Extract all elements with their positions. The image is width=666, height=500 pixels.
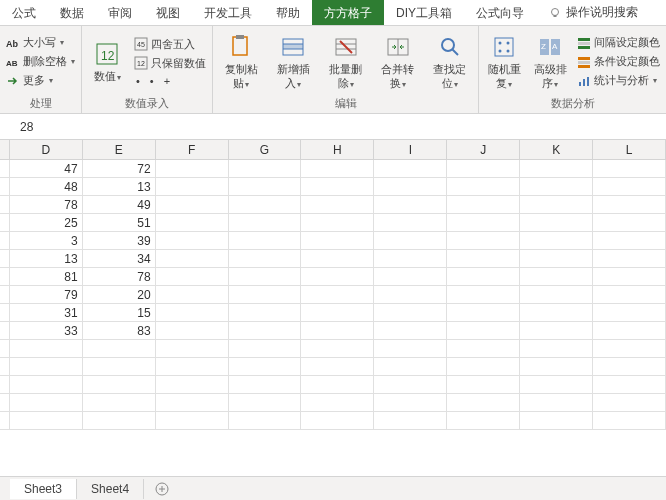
cell[interactable] <box>447 376 520 393</box>
more-button[interactable]: 更多▾ <box>4 72 77 89</box>
tab-formula-guide[interactable]: 公式向导 <box>464 0 536 25</box>
cell[interactable] <box>593 412 666 429</box>
case-button[interactable]: Ab 大小写▾ <box>4 34 77 51</box>
cell[interactable] <box>301 322 374 339</box>
cell[interactable] <box>301 196 374 213</box>
keepvalue-button[interactable]: 12 只保留数值 <box>132 55 208 72</box>
cell[interactable] <box>374 394 447 411</box>
cell[interactable] <box>229 358 302 375</box>
cell[interactable] <box>447 214 520 231</box>
cell[interactable] <box>447 304 520 321</box>
cell[interactable]: 78 <box>10 196 83 213</box>
cell[interactable] <box>83 358 156 375</box>
cell[interactable] <box>229 250 302 267</box>
cell[interactable] <box>83 394 156 411</box>
cell[interactable] <box>520 250 593 267</box>
cell[interactable]: 15 <box>83 304 156 321</box>
cell[interactable]: 81 <box>10 268 83 285</box>
cell[interactable] <box>447 322 520 339</box>
cell[interactable] <box>520 322 593 339</box>
tab-formula[interactable]: 公式 <box>0 0 48 25</box>
cell[interactable] <box>520 286 593 303</box>
cell[interactable] <box>520 394 593 411</box>
cell[interactable]: 83 <box>83 322 156 339</box>
cell[interactable] <box>593 196 666 213</box>
cell[interactable] <box>374 286 447 303</box>
cell[interactable] <box>374 376 447 393</box>
cell[interactable]: 13 <box>83 178 156 195</box>
col-header[interactable]: F <box>156 140 229 159</box>
cell[interactable] <box>156 178 229 195</box>
cell[interactable] <box>301 232 374 249</box>
cell[interactable] <box>447 178 520 195</box>
cell[interactable] <box>447 196 520 213</box>
cell[interactable]: 34 <box>83 250 156 267</box>
cell[interactable] <box>156 286 229 303</box>
cell[interactable] <box>520 358 593 375</box>
cell[interactable] <box>156 250 229 267</box>
cell[interactable] <box>229 322 302 339</box>
cell[interactable] <box>10 376 83 393</box>
cell[interactable] <box>156 160 229 177</box>
sheet-tab[interactable]: Sheet3 <box>10 479 77 499</box>
cell[interactable] <box>593 304 666 321</box>
corner-cell[interactable] <box>0 140 10 159</box>
cell[interactable] <box>520 214 593 231</box>
cell[interactable] <box>156 358 229 375</box>
cell[interactable] <box>10 394 83 411</box>
cell[interactable] <box>229 376 302 393</box>
cell[interactable] <box>374 412 447 429</box>
cell[interactable] <box>156 214 229 231</box>
cell[interactable] <box>374 268 447 285</box>
cell[interactable] <box>156 304 229 321</box>
cell[interactable] <box>593 322 666 339</box>
cell[interactable] <box>156 196 229 213</box>
cell[interactable] <box>593 286 666 303</box>
cell[interactable] <box>10 340 83 357</box>
cell[interactable] <box>156 412 229 429</box>
cell[interactable] <box>301 304 374 321</box>
cell[interactable]: 48 <box>10 178 83 195</box>
tab-review[interactable]: 审阅 <box>96 0 144 25</box>
cell[interactable] <box>593 214 666 231</box>
cell[interactable] <box>447 268 520 285</box>
random-button[interactable]: 随机重复▾ <box>483 28 525 95</box>
sheet-tab[interactable]: Sheet4 <box>77 479 144 499</box>
cell[interactable] <box>593 340 666 357</box>
cell[interactable] <box>593 376 666 393</box>
col-header[interactable]: E <box>83 140 156 159</box>
cell[interactable] <box>520 160 593 177</box>
numeric-button[interactable]: 12 数值▾ <box>86 28 128 95</box>
cell[interactable] <box>229 232 302 249</box>
cell[interactable]: 13 <box>10 250 83 267</box>
cell[interactable] <box>374 358 447 375</box>
cell[interactable]: 25 <box>10 214 83 231</box>
cell[interactable]: 39 <box>83 232 156 249</box>
cell[interactable] <box>374 160 447 177</box>
round-button[interactable]: 45 四舍五入 <box>132 36 208 53</box>
cell[interactable] <box>83 376 156 393</box>
cell[interactable]: 78 <box>83 268 156 285</box>
cell[interactable]: 3 <box>10 232 83 249</box>
tab-help[interactable]: 帮助 <box>264 0 312 25</box>
cell[interactable] <box>301 178 374 195</box>
trim-button[interactable]: AB 删除空格▾ <box>4 53 77 70</box>
col-header[interactable]: L <box>593 140 666 159</box>
cell[interactable] <box>447 394 520 411</box>
cell[interactable] <box>447 340 520 357</box>
cell[interactable]: 72 <box>83 160 156 177</box>
cell[interactable] <box>374 250 447 267</box>
cell[interactable] <box>520 376 593 393</box>
tab-devtools[interactable]: 开发工具 <box>192 0 264 25</box>
cell[interactable] <box>229 268 302 285</box>
cell[interactable] <box>156 232 229 249</box>
tab-fangfang[interactable]: 方方格子 <box>312 0 384 25</box>
cell[interactable] <box>447 286 520 303</box>
cell[interactable] <box>301 376 374 393</box>
col-header[interactable]: D <box>10 140 83 159</box>
cell[interactable] <box>447 358 520 375</box>
cell[interactable] <box>83 412 156 429</box>
tab-diy[interactable]: DIY工具箱 <box>384 0 464 25</box>
cell[interactable] <box>593 232 666 249</box>
find-button[interactable]: 查找定位▾ <box>426 28 474 95</box>
